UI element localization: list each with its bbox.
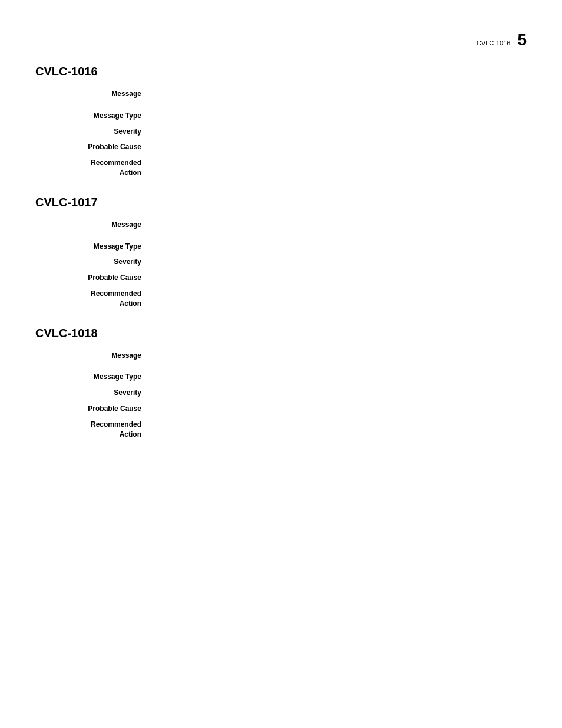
field-row-recommendedaction-1016: RecommendedAction [59,158,527,178]
field-row-severity-1017: Severity [59,257,527,267]
field-row-probablecause-1018: Probable Cause [59,404,527,414]
field-row-message-1018: Message [59,351,527,361]
field-row-severity-1016: Severity [59,127,527,137]
field-row-message-1017: Message [59,220,527,230]
section-title-cvlc-1016: CVLC-1016 [35,65,527,78]
section-cvlc-1016: CVLC-1016 Message Message Type Severity … [35,65,527,178]
field-row-probablecause-1016: Probable Cause [59,142,527,152]
section-cvlc-1018: CVLC-1018 Message Message Type Severity … [35,327,527,440]
field-row-severity-1018: Severity [59,388,527,398]
field-row-messagetype-1017: Message Type [59,242,527,252]
field-label-probablecause-1016: Probable Cause [59,142,153,152]
field-label-severity-1017: Severity [59,257,153,267]
field-label-message-1016: Message [59,89,153,99]
field-label-recommendedaction-1016: RecommendedAction [59,158,153,178]
field-label-probablecause-1017: Probable Cause [59,273,153,283]
main-content: CVLC-1016 Message Message Type Severity … [0,0,562,492]
page-header: CVLC-1016 5 [477,31,527,50]
field-label-recommendedaction-1018: RecommendedAction [59,420,153,440]
field-label-messagetype-1016: Message Type [59,111,153,121]
field-row-message-1016: Message [59,89,527,99]
field-label-recommendedaction-1017: RecommendedAction [59,289,153,309]
header-page-number: 5 [517,31,527,50]
field-row-probablecause-1017: Probable Cause [59,273,527,283]
fields-cvlc-1018: Message Message Type Severity Probable C… [59,351,527,440]
field-label-messagetype-1018: Message Type [59,372,153,382]
field-row-messagetype-1018: Message Type [59,372,527,382]
field-row-recommendedaction-1018: RecommendedAction [59,420,527,440]
header-code: CVLC-1016 [477,39,510,47]
field-label-message-1017: Message [59,220,153,230]
field-label-severity-1018: Severity [59,388,153,398]
section-cvlc-1017: CVLC-1017 Message Message Type Severity … [35,196,527,309]
field-label-message-1018: Message [59,351,153,361]
field-row-messagetype-1016: Message Type [59,111,527,121]
fields-cvlc-1017: Message Message Type Severity Probable C… [59,220,527,309]
field-label-messagetype-1017: Message Type [59,242,153,252]
field-label-probablecause-1018: Probable Cause [59,404,153,414]
section-title-cvlc-1018: CVLC-1018 [35,327,527,340]
fields-cvlc-1016: Message Message Type Severity Probable C… [59,89,527,178]
field-label-severity-1016: Severity [59,127,153,137]
field-row-recommendedaction-1017: RecommendedAction [59,289,527,309]
section-title-cvlc-1017: CVLC-1017 [35,196,527,209]
